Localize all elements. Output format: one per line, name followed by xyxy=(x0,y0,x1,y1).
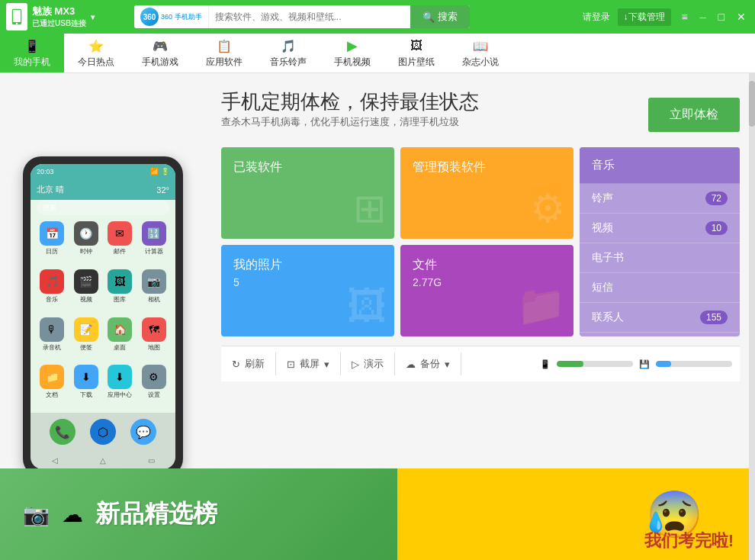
scrollbar-thumb[interactable] xyxy=(749,81,755,127)
screenshot-dropdown-icon[interactable]: ▾ xyxy=(324,359,329,370)
nav-item-video[interactable]: ▶ 手机视频 xyxy=(320,34,384,72)
backup-dropdown-icon[interactable]: ▾ xyxy=(445,359,450,370)
phone-app-gallery[interactable]: 🖼 图库 xyxy=(104,269,136,314)
nav-item-apps[interactable]: 📋 应用软件 xyxy=(192,34,256,72)
nav-item-magazine[interactable]: 📖 杂志小说 xyxy=(448,34,512,72)
tile-preinstalled[interactable]: 管理预装软件 ⚙ xyxy=(400,147,573,239)
nav-menu-icon[interactable]: ▭ xyxy=(148,456,155,465)
sidebar-video-badge: 10 xyxy=(705,221,728,235)
phone-app-settings[interactable]: ⚙ 设置 xyxy=(139,365,170,410)
storage-phone-icon: 📱 xyxy=(540,359,551,369)
tile-preinstalled-label: 管理预装软件 xyxy=(413,160,486,173)
login-button[interactable]: 请登录 xyxy=(583,11,610,24)
tile-photos[interactable]: 我的照片 5 🖼 xyxy=(221,245,394,336)
scrollbar[interactable] xyxy=(749,73,755,560)
play-label: 演示 xyxy=(364,357,384,371)
banner-right-text: 我们考完啦! xyxy=(644,529,734,552)
phone-app-camera[interactable]: 📷 相机 xyxy=(139,269,170,314)
storage-track-sd xyxy=(656,361,732,367)
minimize-button[interactable]: – xyxy=(697,9,709,24)
phone-app-download[interactable]: ⬇ 下载 xyxy=(71,365,102,410)
screenshot-button[interactable]: ⊡ 截屏 ▾ xyxy=(276,352,341,375)
nav-back-icon[interactable]: ◁ xyxy=(52,456,58,465)
phone-temp: 32° xyxy=(156,185,169,195)
dock-phone[interactable]: 📞 xyxy=(50,419,76,445)
phone-app-music[interactable]: 🎵 音乐 xyxy=(37,269,68,314)
phone-app-video[interactable]: 🎬 视频 xyxy=(71,269,102,314)
dock-meizu[interactable]: ⬡ xyxy=(90,419,116,445)
tile-installed[interactable]: 已装软件 ⊞ xyxy=(221,147,394,239)
tile-photos-watermark: 🖼 xyxy=(347,283,387,329)
phone-app-desktop[interactable]: 🏠 桌面 xyxy=(104,317,136,362)
nav-label-my-phone: 我的手机 xyxy=(14,56,50,69)
nav-item-my-phone[interactable]: 📱 我的手机 xyxy=(0,34,64,72)
sidebar-contacts-label: 联系人 xyxy=(592,311,624,324)
nav-label-apps: 应用软件 xyxy=(206,56,243,69)
search-logo-circle: 360 xyxy=(140,8,159,26)
tile-files-label: 文件 xyxy=(413,258,437,271)
nav-label-games: 手机游戏 xyxy=(142,56,178,69)
phone-app-email[interactable]: ✉ 邮件 xyxy=(104,221,136,266)
phone-app-map[interactable]: 🗺 地图 xyxy=(139,317,170,362)
sidebar-ringtone-badge: 72 xyxy=(705,191,728,205)
sidebar-item-video[interactable]: 视频 10 xyxy=(580,214,740,243)
phone-search-bar[interactable]: 搜索 xyxy=(37,200,169,215)
checkup-button[interactable]: 立即体检 xyxy=(648,98,740,132)
tile-photos-label: 我的照片 xyxy=(233,258,282,271)
download-manager-button[interactable]: ↓下载管理 xyxy=(618,8,671,26)
sidebar-item-ebook[interactable]: 电子书 xyxy=(580,243,740,273)
tile-files[interactable]: 文件 2.77G 📁 xyxy=(400,245,573,336)
backup-button[interactable]: ☁ 备份 ▾ xyxy=(395,352,461,375)
phone-app-appstore[interactable]: ⬇ 应用中心 xyxy=(104,365,136,410)
brand-phone-icon xyxy=(6,3,27,31)
refresh-button[interactable]: ↻ 刷新 xyxy=(221,352,276,375)
sidebar-item-contacts[interactable]: 联系人 155 xyxy=(580,303,740,333)
brand-name-label: 魅族 MX3 xyxy=(32,5,86,18)
wallpaper-icon: 🖼 xyxy=(408,37,425,54)
search-button[interactable]: 🔍 搜索 xyxy=(410,5,470,28)
search-area: 360 360 手机助手 🔍 搜索 xyxy=(134,5,470,28)
search-btn-label: 搜索 xyxy=(438,10,458,24)
media-sidebar: 音乐 铃声 72 视频 10 电子书 短信 xyxy=(580,147,740,336)
storage-sd-icon: 💾 xyxy=(639,359,650,369)
play-button[interactable]: ▷ 演示 xyxy=(341,352,395,375)
phone-search-hint: 搜索 xyxy=(43,203,56,213)
phone-status-bar: 20:03 📶 🔋 xyxy=(31,164,175,179)
phone-app-clock[interactable]: 🕐 时钟 xyxy=(71,221,102,266)
phone-time: 20:03 xyxy=(37,168,54,175)
phone-screen: 20:03 📶 🔋 北京 晴 32° 搜索 📅 日历 🕐 xyxy=(31,164,175,469)
sidebar-item-sms[interactable]: 短信 xyxy=(580,273,740,303)
phone-app-recorder[interactable]: 🎙 录音机 xyxy=(37,317,68,362)
banner-right[interactable]: 😰 我们考完啦! xyxy=(397,468,749,560)
sidebar-item-ringtone[interactable]: 铃声 72 xyxy=(580,184,740,214)
banner-left[interactable]: 📷 ☁ 新品精选榜 xyxy=(0,468,397,560)
phone-app-notes[interactable]: 📝 便签 xyxy=(71,317,102,362)
brand-area[interactable]: 魅族 MX3 已通过USB连接 ▾ xyxy=(6,3,128,31)
menu-icon[interactable]: ≡ xyxy=(679,9,691,24)
search-logo: 360 360 手机助手 xyxy=(134,5,209,28)
phone-app-calendar[interactable]: 📅 日历 xyxy=(37,221,68,266)
bottom-toolbar: ↻ 刷新 ⊡ 截屏 ▾ ▷ 演示 ☁ 备份 ▾ 📱 xyxy=(221,346,740,381)
nav-label-hot: 今日热点 xyxy=(78,56,114,69)
phone-app-docs[interactable]: 📁 文档 xyxy=(37,365,68,410)
phone-device: 20:03 📶 🔋 北京 晴 32° 搜索 📅 日历 🕐 xyxy=(23,156,183,477)
maximize-button[interactable]: □ xyxy=(715,9,728,24)
brand-sub-label: 已通过USB连接 xyxy=(32,18,86,29)
tile-files-watermark: 📁 xyxy=(516,282,566,329)
nav-item-games[interactable]: 🎮 手机游戏 xyxy=(128,34,192,72)
dock-msg[interactable]: 💬 xyxy=(130,419,156,445)
screenshot-icon: ⊡ xyxy=(287,359,295,370)
svg-point-2 xyxy=(16,23,18,24)
nav-item-wallpaper[interactable]: 🖼 图片壁纸 xyxy=(384,34,448,72)
sidebar-music-label: 音乐 xyxy=(592,158,615,172)
nav-item-music[interactable]: 🎵 音乐铃声 xyxy=(256,34,320,72)
search-input[interactable] xyxy=(209,11,410,22)
phone-status-icons: 📶 🔋 xyxy=(150,168,169,175)
sidebar-item-music[interactable]: 音乐 xyxy=(580,147,740,184)
phone-app-calc[interactable]: 🔢 计算器 xyxy=(139,221,170,266)
nav-item-hot[interactable]: ⭐ 今日热点 xyxy=(64,34,128,72)
phone-dock: 📞 ⬡ 💬 xyxy=(31,413,175,451)
close-button[interactable]: ✕ xyxy=(734,9,749,24)
brand-dropdown-icon[interactable]: ▾ xyxy=(91,13,95,21)
nav-home-icon[interactable]: △ xyxy=(100,456,106,465)
